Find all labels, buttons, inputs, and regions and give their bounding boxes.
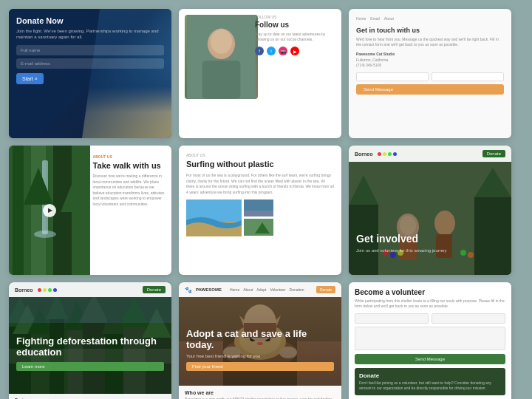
svg-rect-5	[13, 146, 24, 275]
follow-label: FOLLOW US	[255, 15, 335, 19]
contact-fields	[356, 72, 504, 81]
dot-yellow	[43, 288, 47, 292]
svg-point-3	[211, 30, 232, 54]
volunteer-donate-section: Donate Don't feel like joining us a volu…	[355, 368, 505, 395]
nav-email[interactable]: Email	[370, 16, 380, 21]
deforestation-content: Fighting deforestation through education…	[16, 335, 164, 371]
adopt-bottom: Who we are Pawsome is a non-profit, our …	[179, 386, 341, 399]
adopt-donate-btn[interactable]: Donate	[316, 286, 335, 293]
contact-email-field[interactable]	[432, 72, 504, 81]
youtube-icon[interactable]: ▶	[290, 47, 299, 55]
involved-card: Borneo Donate Get involved Join us and v…	[349, 146, 511, 275]
donate-name-placeholder: Full name	[21, 48, 40, 52]
contact-title: Get in touch with us	[356, 27, 504, 34]
contact-name-field[interactable]	[356, 72, 429, 81]
twitter-icon[interactable]: t	[267, 47, 276, 55]
deforestation-card: Borneo Donate Fighting deforestation thr…	[9, 282, 171, 399]
dot-red	[378, 152, 381, 156]
contact-nav: Home Email About	[356, 16, 504, 21]
contact-card: Home Email About Get in touch with us We…	[349, 9, 511, 138]
dot-red	[38, 288, 41, 292]
walk-content: ABOUT US Take walk with us Discover how …	[87, 146, 171, 216]
svg-rect-16	[244, 211, 273, 216]
volunteer-fields	[355, 313, 505, 324]
volunteer-donate-title: Donate	[359, 372, 501, 379]
adopt-content: Adopt a cat and save a life today. Your …	[186, 328, 334, 371]
donate-button[interactable]: Start »	[16, 73, 44, 84]
surf-card: ABOUT US Surfing without plastic For mos…	[179, 146, 341, 275]
surf-small-image1	[244, 200, 273, 216]
nav-donation[interactable]: Donation	[290, 287, 304, 292]
volunteer-title: Become a volunteer	[355, 288, 505, 296]
deforestation-title: Fighting deforestation through education	[16, 335, 164, 358]
surf-label: ABOUT US	[186, 153, 334, 157]
surf-title: Surfing without plastic	[186, 160, 334, 169]
volunteer-send-button[interactable]: Send Message	[355, 354, 505, 364]
donate-name-field[interactable]: Full name	[16, 45, 164, 55]
svg-rect-2	[202, 61, 241, 99]
social-icons: f t 📷 ▶	[255, 47, 335, 55]
donate-card: Donate Now Join the fight. We've been gr…	[9, 9, 171, 138]
nav-adopt[interactable]: Adopt	[256, 287, 266, 292]
involved-donate-button[interactable]: Donate	[482, 150, 505, 157]
volunteer-message-field[interactable]	[355, 327, 505, 350]
donate-title: Donate Now	[16, 16, 164, 25]
contact-address2: (714) 346-5100	[356, 63, 504, 67]
dot-blue	[53, 288, 57, 292]
adopt-cta-button[interactable]: Find your friend	[186, 362, 334, 371]
deforestation-nav: Borneo Donate	[9, 282, 171, 297]
deforestation-logo: Borneo	[15, 287, 33, 293]
nav-about[interactable]: About	[384, 16, 394, 21]
volunteer-name-field[interactable]	[355, 313, 429, 324]
walk-card: ▶ ABOUT US Take walk with us Discover ho…	[9, 146, 171, 275]
dot-yellow	[383, 152, 386, 156]
surf-small-image2	[244, 219, 273, 236]
adopt-title: Adopt a cat and save a life today.	[186, 328, 334, 351]
adopt-subtitle: Your free best friend is waiting for you	[186, 354, 334, 358]
adopt-logo: PAWESOME	[196, 287, 222, 292]
donate-content: Donate Now Join the fight. We've been gr…	[9, 9, 171, 138]
donate-email-placeholder: E-mail address	[21, 61, 50, 66]
contact-send-button[interactable]: Send Message	[356, 84, 504, 95]
involved-nav: Borneo Donate	[349, 146, 511, 162]
dot-blue	[393, 152, 397, 156]
volunteer-desc: While participating from this shelter le…	[355, 299, 505, 309]
contact-desc: We'd love to hear from you. Message us t…	[356, 37, 504, 47]
volunteer-email-field[interactable]	[432, 313, 505, 324]
person-image	[185, 15, 258, 99]
deforestation-donate-btn[interactable]: Donate	[143, 286, 166, 293]
donate-desc: Join the fight. We've been growing. Part…	[16, 28, 164, 41]
surf-desc: For most of us the sea is a playground. …	[186, 173, 334, 195]
volunteer-card: Become a volunteer While participating f…	[349, 282, 511, 399]
play-icon: ▶	[48, 207, 52, 214]
volunteer-donate-desc: Don't feel like joining us a volunteer, …	[359, 381, 501, 391]
walk-desc: Discover how we're making a difference i…	[93, 174, 166, 207]
nav-home[interactable]: Home	[356, 16, 366, 21]
svg-point-10	[34, 231, 56, 238]
instagram-icon[interactable]: 📷	[279, 47, 287, 55]
who-we-are-title: Who we are	[185, 390, 335, 395]
involved-content: Get involved Join us and volunteer for t…	[356, 233, 504, 253]
involved-subtitle: Join us and volunteer for this amazing j…	[356, 248, 504, 253]
donate-email-field[interactable]: E-mail address	[16, 58, 164, 69]
follow-card: FOLLOW US Follow us Stay up to date on o…	[179, 9, 341, 138]
surf-image-col	[244, 200, 273, 236]
pawesome-icon: 🐾	[185, 287, 192, 293]
follow-desc: Stay up to date on our latest adventures…	[255, 32, 335, 42]
walk-label: ABOUT US	[93, 154, 166, 159]
learn-more-button[interactable]: Learn more	[16, 362, 164, 371]
nav-about[interactable]: About	[243, 287, 253, 292]
nav-volunteer[interactable]: Volunteer	[270, 287, 285, 292]
follow-content: FOLLOW US Follow us Stay up to date on o…	[252, 9, 341, 61]
contact-address-label: Pawesome Cat Studio	[356, 52, 504, 56]
facebook-icon[interactable]: f	[255, 47, 264, 55]
walk-title: Take walk with us	[93, 161, 166, 171]
surf-images	[186, 200, 334, 236]
involved-logo: Borneo	[355, 151, 373, 157]
nav-home[interactable]: Home	[230, 287, 239, 292]
deforestation-dots	[38, 288, 57, 292]
svg-rect-15	[244, 200, 273, 211]
involved-overlay	[349, 146, 511, 275]
dot-green	[388, 152, 392, 156]
play-button[interactable]: ▶	[43, 204, 56, 217]
